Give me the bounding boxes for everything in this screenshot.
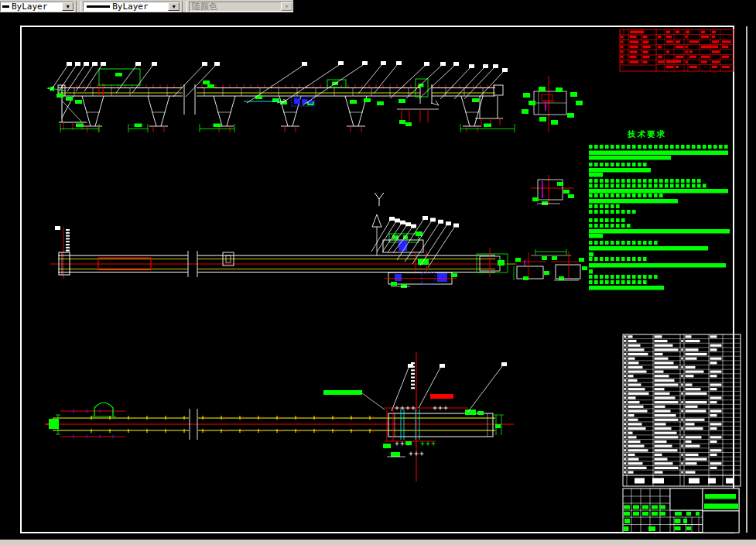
color-control-value: ByLayer [9,2,62,11]
detail-views-side [514,249,587,280]
properties-toolbar: ByLayer ▼ ByLayer ▼ 随颜色 ▼ [0,0,293,12]
revision-table [620,29,734,71]
plot-style-control: 随颜色 ▼ [189,2,293,12]
side-view [50,193,517,288]
linetype-control-value: ByLayer [110,2,168,11]
plan-view [45,352,514,482]
status-bar [0,540,756,545]
bom-table [623,334,741,486]
color-control[interactable]: ByLayer ▼ [0,2,74,12]
title-block [623,488,739,533]
cad-drawing: 技术要求 [0,0,756,545]
chevron-down-icon[interactable]: ▼ [168,2,180,11]
tech-notes: 技术要求 [589,129,730,290]
plot-style-control-value: 随颜色 [190,2,281,11]
color-swatch-icon [2,5,9,8]
toolbar-separator [182,1,187,12]
detail-view-upper [522,76,583,132]
toolbar-separator [76,1,81,12]
linetype-control[interactable]: ByLayer ▼ [83,2,180,12]
chevron-down-icon: ▼ [281,2,292,11]
tech-notes-title: 技术要求 [627,129,666,139]
detail-view-mid [531,175,574,205]
chevron-down-icon[interactable]: ▼ [62,2,74,11]
linetype-line-icon [87,5,110,8]
top-view [46,61,515,132]
